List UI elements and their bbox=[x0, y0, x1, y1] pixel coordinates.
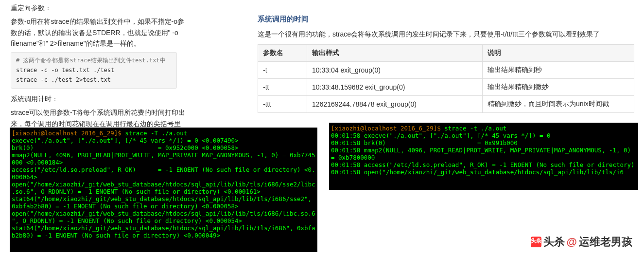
term-line: brk(0) = 0x952c000 <0.000058> bbox=[12, 144, 239, 151]
cell-output: 10:33:04 exit_group(0) bbox=[307, 62, 483, 79]
watermark-brand: 头杀 bbox=[543, 235, 565, 249]
at-icon: @ bbox=[567, 236, 577, 248]
term-line: stat64("/home/xiaozhi/_git/web_stu_datab… bbox=[12, 224, 315, 239]
watermark: 头杀 @ 运维老男孩 bbox=[531, 235, 632, 249]
cell-param: -tt bbox=[258, 79, 307, 96]
code-line: strace -c ./test 2>test.txt bbox=[16, 75, 172, 85]
cell-desc: 输出结果精确到秒 bbox=[483, 62, 634, 79]
cell-desc: 精确到微妙，而且时间表示为unix时间戳 bbox=[483, 96, 634, 113]
table-header-row: 参数名 输出样式 说明 bbox=[258, 45, 634, 62]
code-line: strace -c -o test.txt ./test bbox=[16, 65, 172, 75]
term-line: 00:01:58 mmap2(NULL, 4096, PROT_READ|PRO… bbox=[331, 147, 635, 161]
term-line: 00:01:58 open("/home/xiaozhi/_git/web_st… bbox=[331, 168, 624, 176]
params-table: 参数名 输出样式 说明 -t 10:33:04 exit_group(0) 输出… bbox=[258, 44, 634, 113]
terminal-right: [xiaozhi@localhost 2016_6_29]$ strace -t… bbox=[329, 123, 638, 190]
redirect-desc: 参数-o用在将strace的结果输出到文件中，如果不指定-o参数的话，默认的输出… bbox=[11, 16, 188, 49]
th-output: 输出样式 bbox=[307, 45, 483, 62]
term-line: 00:01:58 access("/etc/ld.so.preload", R_… bbox=[331, 161, 635, 168]
cell-desc: 输出结果精确到微妙 bbox=[483, 79, 634, 96]
term-line: open("/home/xiaozhi/_git/web_stu_databas… bbox=[12, 181, 315, 195]
term-line: 00:01:58 brk(0) = 0x991b000 bbox=[331, 139, 518, 147]
cmd: strace -t ./a.out bbox=[444, 125, 506, 132]
timing-heading: 系统调用计时： bbox=[11, 93, 188, 104]
term-line: open("/home/xiaozhi/_git/web_stu_databas… bbox=[12, 210, 315, 224]
term-line: stat64("/home/xiaozhi/_git/web_stu_datab… bbox=[12, 195, 315, 210]
prompt: [xiaozhi@localhost 2016_6_29]$ bbox=[12, 129, 125, 137]
table-row: -ttt 1262169244.788478 exit_group(0) 精确到… bbox=[258, 96, 634, 113]
terminal-left: [xiaozhi@localhost 2016_6_29]$ strace -T… bbox=[10, 128, 317, 252]
table-row: -tt 10:33:48.159682 exit_group(0) 输出结果精确… bbox=[258, 79, 634, 96]
term-line: mmap2(NULL, 4096, PROT_READ|PROT_WRITE, … bbox=[12, 151, 315, 166]
th-desc: 说明 bbox=[483, 45, 634, 62]
toutiao-icon bbox=[531, 237, 541, 247]
prompt: [xiaozhi@localhost 2016_6_29]$ bbox=[331, 125, 444, 132]
redirect-heading: 重定向参数： bbox=[11, 2, 188, 13]
left-column: 重定向参数： 参数-o用在将strace的结果输出到文件中，如果不指定-o参数的… bbox=[11, 2, 188, 143]
th-param: 参数名 bbox=[258, 45, 307, 62]
section-intro: 这是一个很有用的功能，strace会将每次系统调用的发生时间记录下来，只要使用-… bbox=[258, 29, 634, 39]
cell-output: 1262169244.788478 exit_group(0) bbox=[307, 96, 483, 113]
section-title: 系统调用的时间 bbox=[258, 15, 634, 24]
watermark-author: 运维老男孩 bbox=[579, 235, 632, 249]
term-line: 00:01:58 execve("./a.out", ["./a.out"], … bbox=[331, 132, 551, 139]
right-column: 系统调用的时间 这是一个很有用的功能，strace会将每次系统调用的发生时间记录… bbox=[258, 15, 634, 113]
term-line: access("/etc/ld.so.preload", R_OK) = -1 … bbox=[12, 166, 315, 181]
cell-param: -t bbox=[258, 62, 307, 79]
cell-output: 10:33:48.159682 exit_group(0) bbox=[307, 79, 483, 96]
code-comment: # 这两个命令都是将strace结果输出到文件test.txt中 bbox=[16, 55, 172, 65]
cmd: strace -T ./a.out bbox=[125, 129, 187, 137]
code-snippet: # 这两个命令都是将strace结果输出到文件test.txt中 strace … bbox=[11, 52, 177, 89]
term-line: execve("./a.out", ["./a.out"], [/* 45 va… bbox=[12, 137, 239, 144]
table-row: -t 10:33:04 exit_group(0) 输出结果精确到秒 bbox=[258, 62, 634, 79]
cell-param: -ttt bbox=[258, 96, 307, 113]
